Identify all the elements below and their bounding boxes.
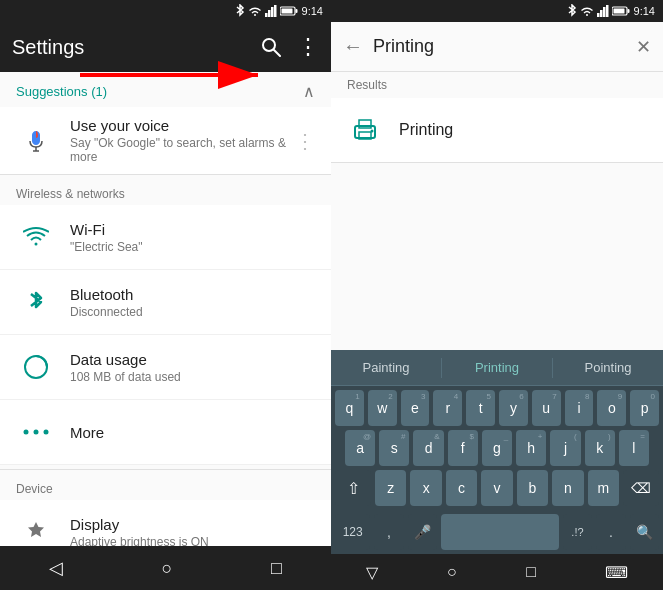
suggestions-header: Suggestions (1) ∧	[0, 72, 331, 107]
more-icon-container	[16, 412, 56, 452]
close-button-right[interactable]: ✕	[636, 36, 651, 58]
key-u[interactable]: 7u	[532, 390, 561, 426]
status-bar-right: 9:14	[331, 0, 663, 22]
top-bar-left: Settings ⋮	[0, 22, 331, 72]
svg-rect-5	[274, 5, 277, 17]
more-button[interactable]: ⋮	[297, 34, 319, 60]
bluetooth-item[interactable]: Bluetooth Disconnected	[0, 270, 331, 335]
right-panel: 9:14 ← Printing ✕ Results Printing Paint…	[331, 0, 663, 590]
suggestions-label: Suggestions (1)	[16, 84, 107, 99]
recents-nav-right[interactable]: □	[526, 563, 536, 581]
key-i[interactable]: 8i	[565, 390, 594, 426]
key-backspace[interactable]: ⌫	[623, 470, 659, 506]
bluetooth-icon	[27, 289, 45, 315]
printer-icon	[351, 118, 379, 142]
keyboard-nav-icon[interactable]: ⌨	[605, 563, 628, 582]
wifi-status-icon-right	[580, 5, 594, 17]
svg-rect-4	[271, 7, 274, 17]
svg-rect-7	[295, 9, 297, 13]
bluetooth-text: Bluetooth Disconnected	[70, 286, 315, 319]
key-period[interactable]: .!?	[563, 514, 592, 550]
svg-point-27	[371, 130, 374, 133]
home-nav-right[interactable]: ○	[447, 563, 457, 581]
nav-bar-left: ◁ ○ □	[0, 546, 331, 590]
key-d[interactable]: &d	[413, 430, 443, 466]
key-q[interactable]: 1q	[335, 390, 364, 426]
search-button[interactable]	[261, 37, 281, 57]
suggestion-pointing[interactable]: Pointing	[553, 360, 663, 375]
search-query[interactable]: Printing	[373, 36, 626, 57]
svg-point-15	[34, 430, 39, 435]
key-o[interactable]: 9o	[597, 390, 626, 426]
key-e[interactable]: 3e	[401, 390, 430, 426]
keyboard-rows: 1q 2w 3e 4r 5t 6y 7u 8i 9o 0p @a #s &d $…	[331, 386, 663, 512]
keyboard-bottom-row: 123 , 🎤 .!? . 🔍	[331, 512, 663, 554]
key-m[interactable]: m	[588, 470, 619, 506]
key-y[interactable]: 6y	[499, 390, 528, 426]
key-t[interactable]: 5t	[466, 390, 495, 426]
key-k[interactable]: )k	[585, 430, 615, 466]
data-usage-item[interactable]: Data usage 108 MB of data used	[0, 335, 331, 400]
collapse-icon[interactable]: ∧	[303, 82, 315, 101]
display-item[interactable]: Display Adaptive brightness is ON	[0, 500, 331, 546]
key-j[interactable]: (j	[550, 430, 580, 466]
svg-rect-22	[627, 9, 629, 13]
settings-content: Suggestions (1) ∧ Use your voice Say "Ok…	[0, 72, 331, 546]
key-mic[interactable]: 🎤	[408, 514, 437, 550]
key-x[interactable]: x	[410, 470, 441, 506]
svg-rect-23	[613, 9, 624, 14]
svg-rect-3	[268, 10, 271, 17]
key-v[interactable]: v	[481, 470, 512, 506]
wireless-section-label: Wireless & networks	[0, 175, 331, 205]
status-icons-right	[567, 4, 630, 18]
home-nav-left[interactable]: ○	[162, 558, 173, 579]
key-w[interactable]: 2w	[368, 390, 397, 426]
svg-point-14	[24, 430, 29, 435]
suggestion-item[interactable]: Use your voice Say "Ok Google" to search…	[0, 107, 331, 175]
key-b[interactable]: b	[517, 470, 548, 506]
more-dots-icon	[23, 427, 49, 437]
key-r[interactable]: 4r	[433, 390, 462, 426]
item-more-icon[interactable]: ⋮	[295, 129, 315, 153]
back-nav-right[interactable]: ▽	[366, 563, 378, 582]
svg-point-9	[263, 39, 275, 51]
more-item[interactable]: More	[0, 400, 331, 465]
svg-rect-17	[597, 13, 600, 17]
data-usage-icon	[23, 354, 49, 380]
data-usage-text: Data usage 108 MB of data used	[70, 351, 315, 384]
recents-nav-left[interactable]: □	[271, 558, 282, 579]
key-row-2: @a #s &d $f _g +h (j )k =l	[335, 430, 659, 466]
key-comma[interactable]: ,	[374, 514, 403, 550]
key-123[interactable]: 123	[335, 514, 370, 550]
wifi-icon	[23, 226, 49, 248]
key-a[interactable]: @a	[345, 430, 375, 466]
suggestion-painting[interactable]: Painting	[331, 360, 441, 375]
suggestion-printing[interactable]: Printing	[442, 360, 552, 375]
key-l[interactable]: =l	[619, 430, 649, 466]
voice-title: Use your voice	[70, 117, 287, 134]
key-f[interactable]: $f	[448, 430, 478, 466]
key-g[interactable]: _g	[482, 430, 512, 466]
wifi-icon-container	[16, 217, 56, 257]
search-input-container: Printing	[373, 36, 626, 57]
svg-rect-18	[600, 10, 603, 17]
key-h[interactable]: +h	[516, 430, 546, 466]
key-z[interactable]: z	[375, 470, 406, 506]
left-panel: 9:14 Settings ⋮ Suggestions (1) ∧	[0, 0, 331, 590]
voice-icon-container	[16, 121, 56, 161]
back-button-right[interactable]: ←	[343, 35, 363, 58]
key-n[interactable]: n	[552, 470, 583, 506]
key-s[interactable]: #s	[379, 430, 409, 466]
nav-bar-right: ▽ ○ □ ⌨	[331, 554, 663, 590]
key-space[interactable]	[441, 514, 559, 550]
key-c[interactable]: c	[446, 470, 477, 506]
search-result-printing[interactable]: Printing	[331, 98, 663, 163]
back-nav-left[interactable]: ◁	[49, 557, 63, 579]
key-search[interactable]: 🔍	[630, 514, 659, 550]
key-shift[interactable]: ⇧	[335, 470, 371, 506]
key-dot[interactable]: .	[596, 514, 625, 550]
status-bar-left: 9:14	[0, 0, 331, 22]
key-p[interactable]: 0p	[630, 390, 659, 426]
wifi-item[interactable]: Wi-Fi "Electric Sea"	[0, 205, 331, 270]
keyboard: Painting Printing Pointing 1q 2w 3e 4r 5…	[331, 350, 663, 554]
